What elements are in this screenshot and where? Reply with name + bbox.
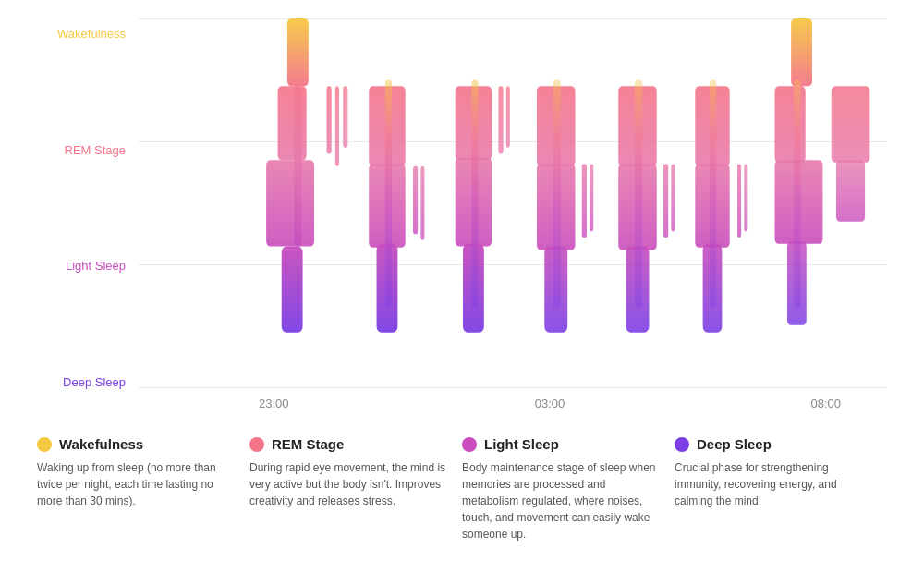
grid-line [139, 387, 887, 388]
legend-column-deep: Deep Sleep Crucial phase for strengtheni… [675, 436, 887, 543]
svg-rect-25 [590, 164, 593, 231]
chart-container: 23:00 03:00 08:00 [139, 18, 887, 416]
legend-title-deep: Deep Sleep [697, 436, 772, 452]
legend-column-rem: REM Stage During rapid eye movement, the… [249, 436, 462, 543]
svg-rect-39 [775, 86, 806, 163]
svg-rect-19 [506, 86, 510, 148]
time-label-0800: 08:00 [810, 396, 841, 410]
y-label-deep: Deep Sleep [37, 376, 139, 388]
legend-title-row-light: Light Sleep [462, 436, 665, 452]
svg-rect-43 [832, 86, 870, 163]
legend-title-row-wakefulness: Wakefulness [37, 436, 240, 452]
chart-area: Wakefulness REM Stage Light Sleep Deep S… [37, 18, 887, 416]
svg-rect-18 [498, 86, 503, 153]
time-axis: 23:00 03:00 08:00 [139, 391, 887, 416]
svg-rect-3 [266, 160, 314, 246]
legend-desc-rem: During rapid eye movement, the mind is v… [249, 459, 453, 509]
svg-rect-44 [836, 160, 865, 222]
legend-dot-rem [249, 437, 264, 452]
sleep-bars [139, 18, 887, 363]
svg-rect-5 [327, 86, 332, 153]
svg-rect-2 [278, 86, 307, 160]
legend-desc-light: Body maintenance stage of sleep when mem… [462, 459, 665, 543]
legend-title-wakefulness: Wakefulness [59, 436, 143, 452]
svg-rect-4 [282, 246, 303, 332]
legend-title-row-rem: REM Stage [249, 436, 453, 452]
legend-dot-light [462, 437, 477, 452]
svg-rect-17 [471, 80, 478, 308]
legend-title-row-deep: Deep Sleep [675, 436, 878, 452]
legend-dot-deep [675, 437, 689, 452]
legend-area: Wakefulness Waking up from sleep (no mor… [37, 425, 887, 543]
svg-rect-13 [420, 166, 424, 240]
svg-rect-24 [582, 164, 587, 238]
svg-rect-0 [287, 18, 309, 86]
svg-rect-6 [335, 86, 339, 166]
svg-rect-30 [663, 164, 668, 238]
svg-rect-7 [343, 86, 347, 148]
time-label-0300: 03:00 [535, 396, 565, 410]
svg-rect-31 [671, 164, 675, 231]
time-label-2300: 23:00 [259, 396, 289, 410]
svg-rect-11 [385, 80, 392, 308]
legend-dot-wakefulness [37, 437, 52, 452]
svg-rect-42 [794, 80, 800, 308]
y-axis: Wakefulness REM Stage Light Sleep Deep S… [37, 18, 139, 416]
y-label-rem: REM Stage [37, 144, 139, 156]
legend-desc-deep: Crucial phase for strengthening immunity… [675, 459, 878, 509]
svg-rect-36 [737, 164, 741, 238]
legend-column-wakefulness: Wakefulness Waking up from sleep (no mor… [37, 436, 249, 543]
svg-rect-35 [710, 80, 716, 308]
svg-rect-29 [635, 80, 642, 308]
legend-column-light: Light Sleep Body maintenance stage of sl… [462, 436, 675, 543]
sleep-chart-svg [139, 18, 887, 363]
svg-rect-38 [791, 18, 812, 86]
svg-rect-12 [413, 166, 418, 234]
legend-desc-wakefulness: Waking up from sleep (no more than twice… [37, 459, 240, 509]
svg-rect-23 [553, 80, 561, 308]
y-label-wakefulness: Wakefulness [37, 28, 139, 40]
svg-rect-37 [744, 164, 747, 231]
y-label-light: Light Sleep [37, 260, 139, 272]
legend-title-light: Light Sleep [484, 436, 559, 452]
legend-title-rem: REM Stage [272, 436, 344, 452]
